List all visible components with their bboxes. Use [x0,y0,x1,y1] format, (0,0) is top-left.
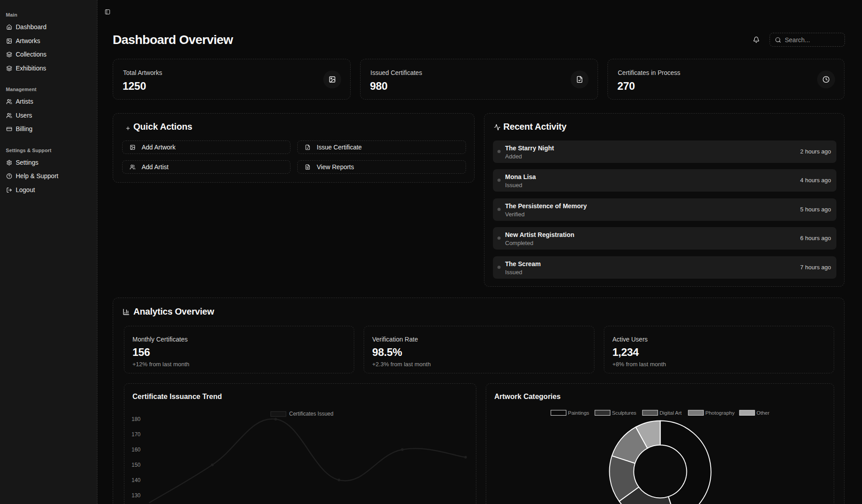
svg-text:Digital Art: Digital Art [660,410,682,416]
svg-text:Certificates Issued: Certificates Issued [289,411,334,417]
svg-text:130: 130 [132,492,141,499]
svg-text:Photography: Photography [705,410,734,416]
svg-text:Sculptures: Sculptures [612,410,637,416]
svg-text:170: 170 [132,431,141,438]
svg-text:Other: Other [756,410,770,416]
svg-text:140: 140 [132,477,141,483]
svg-text:180: 180 [132,416,141,422]
svg-text:160: 160 [132,447,141,453]
svg-text:150: 150 [132,462,141,468]
svg-text:Paintings: Paintings [568,410,589,416]
